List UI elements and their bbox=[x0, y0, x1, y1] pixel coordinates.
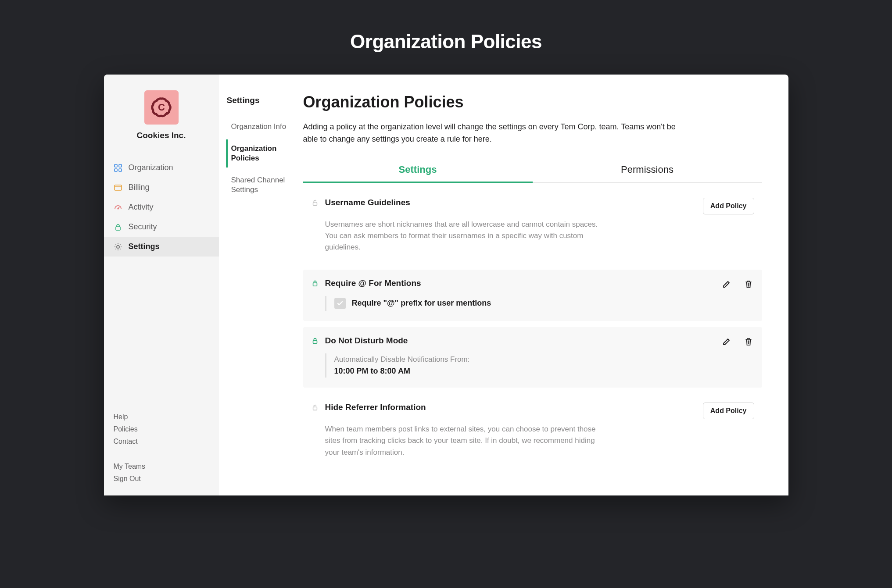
svg-text:C: C bbox=[158, 102, 165, 113]
app-frame: C Cookies Inc. Organization Billing bbox=[104, 75, 788, 495]
svg-line-9 bbox=[118, 207, 119, 209]
svg-rect-14 bbox=[313, 340, 317, 343]
policy-dnd: Do Not Disturb Mode Automatically Disabl… bbox=[303, 327, 762, 388]
lock-icon bbox=[311, 336, 319, 344]
sidebar-item-label: Security bbox=[129, 222, 157, 232]
tab-permissions[interactable]: Permissions bbox=[533, 158, 762, 182]
svg-rect-2 bbox=[115, 164, 117, 167]
policy-title: Username Guidelines bbox=[325, 198, 697, 207]
sidebar-item-label: Activity bbox=[129, 203, 154, 212]
pencil-icon bbox=[722, 279, 731, 289]
nav-list: Organization Billing Activity Security bbox=[104, 158, 219, 257]
settings-subnav-heading: Settings bbox=[227, 96, 294, 105]
org-name: Cookies Inc. bbox=[104, 131, 219, 140]
svg-rect-6 bbox=[115, 185, 122, 190]
sidebar-item-organization[interactable]: Organization bbox=[104, 158, 219, 178]
checkbox[interactable] bbox=[334, 298, 346, 309]
footer-link-policies[interactable]: Policies bbox=[114, 423, 209, 435]
edit-policy-button[interactable] bbox=[721, 278, 732, 290]
footer-link-contact[interactable]: Contact bbox=[114, 435, 209, 448]
svg-rect-13 bbox=[313, 283, 317, 286]
add-policy-button[interactable]: Add Policy bbox=[703, 403, 754, 419]
unlock-icon bbox=[311, 403, 319, 411]
svg-point-11 bbox=[117, 246, 119, 248]
svg-rect-3 bbox=[119, 164, 122, 167]
sidebar-item-security[interactable]: Security bbox=[104, 217, 219, 237]
svg-rect-12 bbox=[313, 202, 317, 205]
settings-subnav: Settings Organzation Info Organization P… bbox=[219, 75, 294, 495]
trash-icon bbox=[744, 279, 753, 289]
page-description: Adding a policy at the organization leve… bbox=[303, 121, 681, 146]
grid-icon bbox=[114, 164, 122, 172]
policy-check-row: Require "@" prefix for user mentions bbox=[334, 298, 754, 309]
footer-link-help[interactable]: Help bbox=[114, 411, 209, 423]
svg-rect-5 bbox=[119, 169, 122, 171]
org-logo-wrap: C bbox=[104, 90, 219, 125]
sidebar-item-activity[interactable]: Activity bbox=[104, 197, 219, 217]
policy-title: Hide Referrer Information bbox=[325, 403, 697, 412]
sidebar: C Cookies Inc. Organization Billing bbox=[104, 75, 219, 495]
sidebar-item-settings[interactable]: Settings bbox=[104, 237, 219, 257]
delete-policy-button[interactable] bbox=[743, 278, 754, 290]
gauge-icon bbox=[114, 203, 122, 212]
dnd-time: 10:00 PM to 8:00 AM bbox=[334, 367, 754, 376]
unlock-icon bbox=[311, 198, 319, 206]
policy-username-guidelines: Username Guidelines Add Policy Usernames… bbox=[303, 189, 762, 264]
lock-icon bbox=[311, 278, 319, 287]
policy-description: Usernames are short nicknames that are a… bbox=[325, 219, 606, 253]
policy-title: Do Not Disturb Mode bbox=[325, 336, 715, 346]
outer-page-title: Organization Policies bbox=[0, 31, 892, 53]
svg-rect-4 bbox=[115, 169, 117, 171]
lock-icon bbox=[114, 223, 122, 232]
tab-settings[interactable]: Settings bbox=[303, 158, 533, 182]
trash-icon bbox=[744, 337, 753, 346]
delete-policy-button[interactable] bbox=[743, 336, 754, 347]
svg-rect-15 bbox=[313, 407, 317, 410]
footer-link-myteams[interactable]: My Teams bbox=[114, 460, 209, 473]
footer-divider bbox=[114, 454, 209, 454]
sidebar-item-billing[interactable]: Billing bbox=[104, 178, 219, 197]
subnav-item-org-policies[interactable]: Organization Policies bbox=[226, 139, 294, 167]
add-policy-button[interactable]: Add Policy bbox=[703, 198, 754, 214]
gear-icon bbox=[114, 242, 122, 251]
cookie-logo-icon: C bbox=[150, 96, 172, 118]
main-content: Organization Policies Adding a policy at… bbox=[294, 75, 788, 495]
policy-require-at: Require @ For Mentions Require "@" prefi… bbox=[303, 270, 762, 321]
card-icon bbox=[114, 183, 122, 192]
edit-policy-button[interactable] bbox=[721, 336, 732, 347]
dnd-label: Automatically Disable Notifications From… bbox=[334, 355, 754, 364]
sidebar-item-label: Billing bbox=[129, 183, 150, 192]
pencil-icon bbox=[722, 337, 731, 346]
footer-links: Help Policies Contact My Teams Sign Out bbox=[104, 411, 219, 485]
check-icon bbox=[337, 300, 344, 307]
policy-description: When team members post links to external… bbox=[325, 424, 606, 458]
page-title: Organization Policies bbox=[303, 93, 762, 111]
tabs: Settings Permissions bbox=[303, 158, 762, 183]
subnav-item-org-info[interactable]: Organzation Info bbox=[227, 118, 294, 136]
footer-link-signout[interactable]: Sign Out bbox=[114, 473, 209, 485]
checkbox-label: Require "@" prefix for user mentions bbox=[352, 299, 491, 308]
sidebar-item-label: Settings bbox=[129, 242, 160, 251]
sidebar-item-label: Organization bbox=[129, 163, 173, 172]
policy-title: Require @ For Mentions bbox=[325, 278, 715, 288]
svg-point-1 bbox=[165, 112, 167, 114]
policy-hide-referrer: Hide Referrer Information Add Policy Whe… bbox=[303, 394, 762, 468]
subnav-item-shared-channel[interactable]: Shared Channel Settings bbox=[227, 171, 294, 199]
org-logo[interactable]: C bbox=[144, 90, 179, 125]
svg-rect-10 bbox=[116, 227, 120, 230]
